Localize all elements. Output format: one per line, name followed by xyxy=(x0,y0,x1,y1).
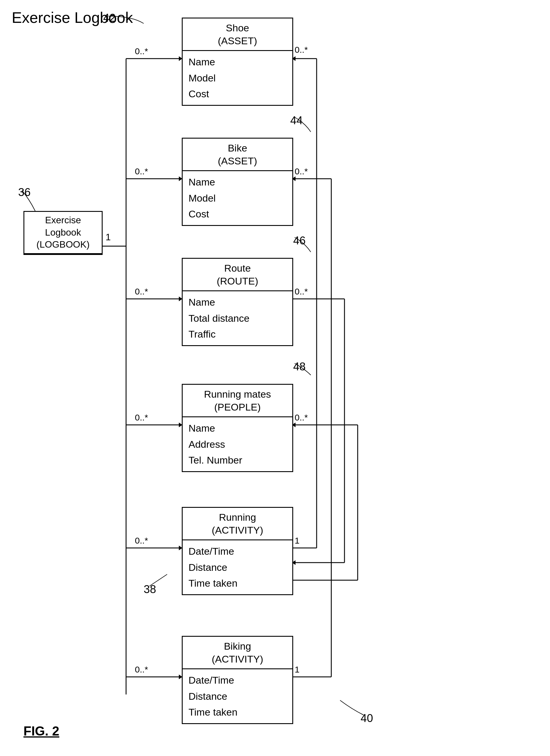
svg-text:1: 1 xyxy=(295,536,300,545)
shoe-body: NameModelCost xyxy=(183,51,292,105)
biking-header: Biking(ACTIVITY) xyxy=(183,637,292,669)
bike-box: Bike(ASSET) NameModelCost xyxy=(182,138,293,226)
running-box: Running(ACTIVITY) Date/TimeDistanceTime … xyxy=(182,507,293,595)
fig-label: FIG. 2 xyxy=(23,724,59,738)
label-48: 48 xyxy=(293,360,306,373)
bike-body: NameModelCost xyxy=(183,171,292,225)
svg-text:0..*: 0..* xyxy=(295,166,308,176)
logbook-header: ExerciseLogbook(LOGBOOK) xyxy=(24,212,102,254)
label-44: 44 xyxy=(290,114,303,127)
route-header: Route(ROUTE) xyxy=(183,259,292,291)
biking-box: Biking(ACTIVITY) Date/TimeDistanceTime t… xyxy=(182,636,293,724)
runmates-header: Running mates(PEOPLE) xyxy=(183,385,292,417)
label-36: 36 xyxy=(18,186,30,199)
svg-text:0..*: 0..* xyxy=(295,287,308,296)
label-38: 38 xyxy=(144,583,156,596)
running-body: Date/TimeDistanceTime taken xyxy=(183,540,292,594)
biking-body: Date/TimeDistanceTime taken xyxy=(183,669,292,723)
shoe-box: Shoe(ASSET) NameModelCost xyxy=(182,18,293,106)
label-46: 46 xyxy=(293,234,306,247)
svg-text:0..*: 0..* xyxy=(135,413,148,422)
bike-header: Bike(ASSET) xyxy=(183,139,292,171)
runmates-body: NameAddressTel. Number xyxy=(183,417,292,471)
route-box: Route(ROUTE) NameTotal distanceTraffic xyxy=(182,258,293,346)
logbook-box: ExerciseLogbook(LOGBOOK) xyxy=(23,211,103,255)
shoe-header: Shoe(ASSET) xyxy=(183,18,292,51)
svg-text:0..*: 0..* xyxy=(135,46,148,56)
svg-text:0..*: 0..* xyxy=(295,45,308,55)
svg-text:0..*: 0..* xyxy=(135,166,148,176)
svg-text:0..*: 0..* xyxy=(135,287,148,296)
svg-text:0..*: 0..* xyxy=(295,413,308,422)
svg-text:0..*: 0..* xyxy=(135,665,148,674)
svg-text:0..*: 0..* xyxy=(135,536,148,545)
label-40: 40 xyxy=(361,712,373,725)
route-body: NameTotal distanceTraffic xyxy=(183,291,292,345)
svg-text:1: 1 xyxy=(295,665,300,674)
running-header: Running(ACTIVITY) xyxy=(183,508,292,540)
svg-text:1: 1 xyxy=(105,232,111,242)
runmates-box: Running mates(PEOPLE) NameAddressTel. Nu… xyxy=(182,384,293,472)
label-42: 42 xyxy=(103,12,115,24)
